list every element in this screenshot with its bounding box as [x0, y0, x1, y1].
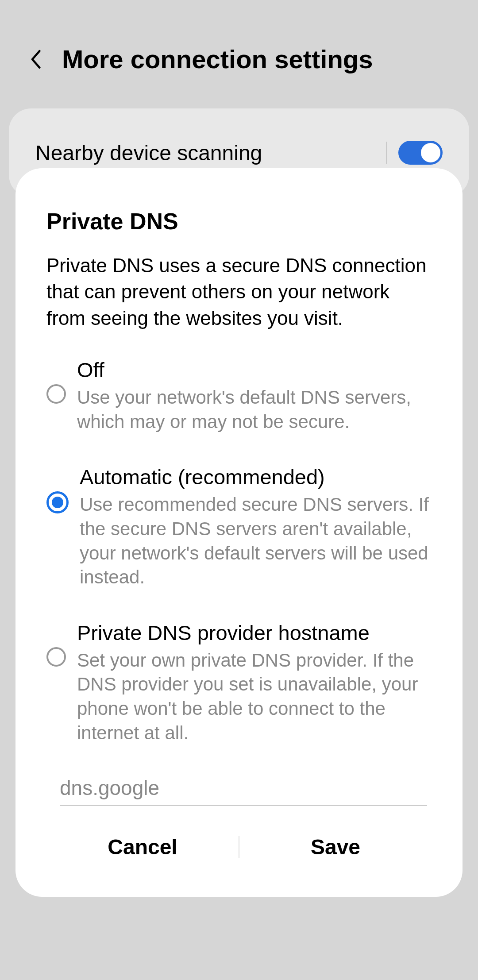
radio-option-automatic[interactable]: Automatic (recommended) Use recommended …: [46, 465, 432, 589]
hostname-input[interactable]: dns.google: [60, 776, 427, 806]
nearby-device-scanning-toggle[interactable]: [398, 141, 443, 165]
radio-content: Private DNS provider hostname Set your o…: [77, 621, 432, 745]
toggle-container: [386, 141, 443, 165]
divider: [386, 142, 387, 164]
page-title: More connection settings: [62, 44, 373, 74]
radio-button-off[interactable]: [46, 384, 66, 404]
toggle-knob: [421, 143, 440, 162]
nearby-device-scanning-label: Nearby device scanning: [35, 141, 262, 165]
radio-description: Set your own private DNS provider. If th…: [77, 648, 432, 745]
radio-title: Automatic (recommended): [80, 465, 432, 489]
private-dns-dialog: Private DNS Private DNS uses a secure DN…: [15, 168, 463, 897]
radio-content: Automatic (recommended) Use recommended …: [80, 465, 432, 589]
radio-button-automatic[interactable]: [46, 491, 69, 513]
radio-content: Off Use your network's default DNS serve…: [77, 358, 432, 434]
radio-button-hostname[interactable]: [46, 647, 66, 667]
back-icon[interactable]: [27, 50, 44, 68]
radio-description: Use recommended secure DNS servers. If t…: [80, 493, 432, 589]
save-button[interactable]: Save: [239, 824, 432, 870]
radio-description: Use your network's default DNS servers, …: [77, 386, 432, 434]
radio-title: Off: [77, 358, 432, 382]
radio-title: Private DNS provider hostname: [77, 621, 432, 645]
header: More connection settings: [0, 0, 478, 92]
radio-option-off[interactable]: Off Use your network's default DNS serve…: [46, 358, 432, 434]
dialog-description: Private DNS uses a secure DNS connection…: [46, 252, 432, 331]
cancel-button[interactable]: Cancel: [46, 824, 239, 870]
dialog-buttons: Cancel Save: [46, 824, 432, 870]
radio-option-hostname[interactable]: Private DNS provider hostname Set your o…: [46, 621, 432, 745]
dialog-title: Private DNS: [46, 208, 432, 235]
